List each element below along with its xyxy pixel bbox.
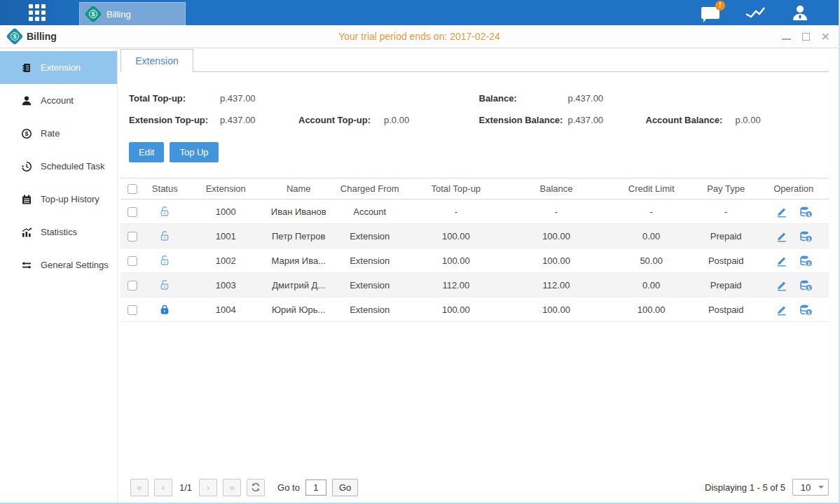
sidebar-item-general-settings[interactable]: General Settings [0,248,117,281]
edit-row-icon[interactable] [776,279,788,291]
lock-open-icon [159,279,170,290]
goto-page-input[interactable] [305,479,326,496]
top-up-row-icon[interactable]: $ [799,255,812,267]
page-size-select[interactable]: 10 [792,479,829,496]
sidebar-item-statistics[interactable]: Statistics [0,216,117,248]
svg-text:$: $ [808,285,811,290]
edit-row-icon[interactable] [776,255,788,267]
calendar-icon [21,194,32,205]
window-title-bar: $ Billing Your trial period ends on: 201… [0,25,839,48]
sidebar-item-extension[interactable]: Extension [0,51,117,84]
app-grid-icon[interactable] [29,4,46,21]
sidebar: Extension Account $ Rate [0,48,118,503]
billing-window-icon: $ [8,30,21,43]
top-up-row-icon[interactable]: $ [799,206,812,218]
page-indicator: 1/1 [179,482,192,493]
header-status: Status [144,178,185,200]
row-checkbox[interactable] [128,281,137,290]
balance-value: p.437.00 [568,93,646,104]
app-window: $ Billing ! [0,0,840,504]
next-page-button[interactable]: › [199,479,217,496]
billing-app-tab-label: Billing [106,9,131,20]
lock-open-icon [159,255,170,266]
table-row: 1004 Юрий Юрь... Extension 100.00 100.00… [121,298,829,322]
svg-text:$: $ [808,211,811,217]
top-up-row-icon[interactable]: $ [799,279,812,291]
maximize-button[interactable] [802,33,810,41]
edit-row-icon[interactable] [776,304,788,316]
svg-text:$: $ [808,260,811,266]
minimize-button[interactable] [782,38,791,40]
account-topup-value: p.0.00 [384,115,409,125]
svg-text:$: $ [808,236,811,241]
extension-balance-label: Extension Balance: [479,115,568,125]
last-page-button[interactable]: » [223,479,241,496]
billing-app-tab[interactable]: $ Billing [79,2,186,25]
notification-badge: ! [715,1,725,10]
extension-balance-value: p.437.00 [568,115,646,125]
header-balance: Balance [504,178,610,200]
account-balance-value: p.0.00 [736,115,761,125]
edit-button[interactable]: Edit [129,142,164,162]
sidebar-item-label: Account [41,95,74,106]
lock-open-icon [159,206,170,217]
row-checkbox[interactable] [128,207,137,217]
header-name: Name [266,178,331,200]
sidebar-item-rate[interactable]: $ Rate [0,117,117,150]
row-checkbox[interactable] [128,232,137,241]
row-checkbox[interactable] [128,305,137,315]
select-all-checkbox[interactable] [128,184,137,194]
svg-text:$: $ [808,309,811,315]
refresh-button[interactable] [247,479,265,496]
edit-row-icon[interactable] [776,206,788,218]
header-credit-limit: Credit Limit [609,178,694,200]
lock-closed-icon [159,304,170,315]
header-operation: Operation [758,178,829,200]
table-header-row: Status Extension Name Charged From Total… [121,178,829,200]
resource-monitor-icon[interactable] [745,4,766,22]
notifications-icon[interactable]: ! [700,4,721,22]
table-row: 1003 Дмитрий Д... Extension 112.00 112.0… [121,273,829,298]
lock-open-icon [159,230,170,241]
tab-extension[interactable]: Extension [121,49,193,72]
sidebar-item-label: General Settings [41,260,109,270]
table-row: 1001 Петр Петров Extension 100.00 100.00… [121,224,829,248]
ledger-icon [21,62,32,74]
top-bar: $ Billing ! [0,0,839,25]
trial-period-notice: Your trial period ends on: 2017-02-24 [0,31,839,42]
sidebar-item-scheduled-task[interactable]: Scheduled Task [0,150,117,183]
sidebar-item-label: Top-up History [41,194,99,204]
extension-topup-label: Extension Top-up: [129,115,220,125]
prev-page-button[interactable]: ‹ [154,479,172,496]
billing-diamond-icon: $ [87,8,99,20]
clock-history-icon [21,161,32,172]
close-button[interactable]: ✕ [821,31,830,43]
header-total-topup: Total Top-up [408,178,504,200]
top-up-row-icon[interactable]: $ [799,304,812,316]
balance-label: Balance: [479,93,568,104]
first-page-button[interactable]: « [130,479,149,496]
statistics-chart-icon [21,227,32,238]
user-account-icon[interactable] [790,4,811,22]
table-row: 1002 Мария Ива... Extension 100.00 100.0… [121,248,829,273]
dollar-coin-icon: $ [21,128,32,139]
pagination-bar: « ‹ 1/1 › » Go to Go Displaying [130,477,829,497]
header-extension: Extension [185,178,266,200]
top-up-row-icon[interactable]: $ [799,230,812,242]
user-icon [791,4,809,22]
top-up-button[interactable]: Top Up [170,142,218,162]
balance-summary: Total Top-up: p.437.00 Extension Top-up:… [121,72,829,132]
sidebar-item-account[interactable]: Account [0,84,117,117]
edit-row-icon[interactable] [776,230,788,242]
sidebar-item-label: Rate [41,128,60,139]
sidebar-item-topup-history[interactable]: Top-up History [0,183,117,216]
sliders-icon [21,260,32,271]
refresh-icon [251,482,261,492]
line-chart-icon [745,5,766,20]
window-title: Billing [27,31,57,42]
extension-table: Status Extension Name Charged From Total… [121,178,829,322]
chevron-down-icon [818,486,824,491]
go-button[interactable]: Go [332,479,358,496]
row-checkbox[interactable] [128,256,137,266]
extension-topup-value: p.437.00 [220,115,298,125]
